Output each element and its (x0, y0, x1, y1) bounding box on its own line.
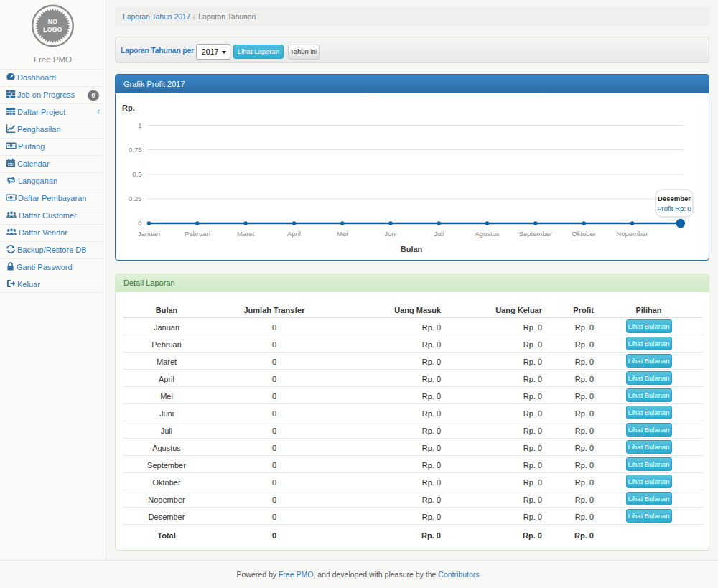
svg-text:1: 1 (138, 121, 141, 129)
svg-text:Pebruari: Pebruari (185, 230, 210, 238)
svg-text:September: September (519, 230, 552, 238)
svg-text:NO: NO (48, 18, 58, 25)
svg-text:0.25: 0.25 (129, 195, 142, 202)
svg-text:Nopember: Nopember (616, 230, 648, 238)
svg-text:Rp.: Rp. (122, 103, 135, 112)
svg-text:Maret: Maret (237, 230, 255, 238)
svg-text:Juli: Juli (434, 230, 444, 238)
svg-text:Agustus: Agustus (475, 230, 500, 238)
svg-text:0.75: 0.75 (129, 146, 142, 154)
svg-text:LOGO: LOGO (43, 26, 62, 33)
svg-text:Oktober: Oktober (572, 230, 596, 238)
svg-text:April: April (287, 230, 301, 238)
svg-text:Mei: Mei (337, 230, 348, 238)
svg-text:Bulan: Bulan (401, 245, 423, 253)
svg-text:0.5: 0.5 (132, 170, 141, 178)
svg-text:Januari: Januari (138, 230, 160, 238)
svg-text:Juni: Juni (384, 230, 396, 238)
svg-text:0: 0 (138, 219, 141, 227)
